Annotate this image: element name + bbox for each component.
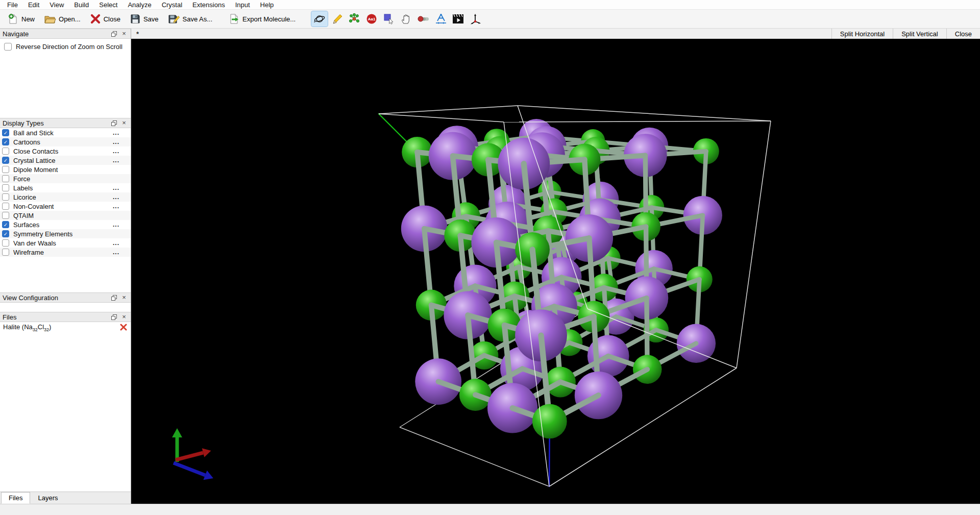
display-types-close-button[interactable]: × [120, 119, 128, 127]
menu-view[interactable]: View [44, 0, 69, 10]
display-type-checkbox[interactable]: ✓ [2, 138, 9, 145]
tool-label-button[interactable]: Aa1 [363, 11, 380, 27]
menu-analyze[interactable]: Analyze [122, 0, 156, 10]
display-type-row[interactable]: QTAIM [0, 211, 131, 220]
view-configuration-float-button[interactable] [110, 294, 118, 301]
view-configuration-title: View Configuration [3, 294, 108, 302]
display-type-label: QTAIM [13, 212, 34, 219]
tool-measure-button[interactable] [433, 11, 449, 27]
tool-draw-button[interactable] [329, 11, 345, 27]
display-type-row[interactable]: ✓Cartoons... [0, 137, 131, 146]
display-type-checkbox[interactable]: ✓ [2, 157, 9, 164]
view-configuration-close-button[interactable]: × [120, 294, 128, 301]
display-type-row[interactable]: Dipole Moment [0, 165, 131, 174]
menu-build[interactable]: Build [69, 0, 94, 10]
navigate-panel-content: Reverse Direction of Zoom on Scroll [0, 39, 131, 118]
display-types-title: Display Types [3, 119, 108, 127]
display-type-checkbox[interactable] [2, 175, 9, 182]
menu-select[interactable]: Select [94, 0, 122, 10]
display-type-row[interactable]: Close Contacts... [0, 146, 131, 156]
dock-tab-files[interactable]: Files [1, 492, 30, 504]
menu-bar: FileEditViewBuildSelectAnalyzeCrystalExt… [0, 0, 980, 10]
display-type-options-button[interactable]: ... [113, 248, 119, 257]
navigate-float-button[interactable] [110, 30, 118, 37]
tool-template-button[interactable] [346, 11, 362, 27]
display-type-checkbox[interactable] [2, 249, 9, 256]
new-button-label: New [21, 15, 35, 23]
reverse-zoom-checkbox[interactable] [4, 43, 12, 51]
atom-cl [532, 404, 567, 439]
save-as-button[interactable]: Save As... [163, 11, 217, 27]
display-type-label: Symmetry Elements [13, 230, 72, 238]
save-button[interactable]: Save [125, 11, 163, 27]
files-close-button[interactable]: × [120, 313, 128, 321]
save-as-button-label: Save As... [183, 15, 213, 23]
close-button-label: Close [104, 15, 120, 23]
display-type-options-button[interactable]: ... [113, 183, 119, 192]
display-type-row[interactable]: Labels... [0, 183, 131, 192]
display-type-options-button[interactable]: ... [113, 220, 119, 229]
view-close-button[interactable]: Close [946, 29, 980, 39]
display-type-row[interactable]: Non-Covalent... [0, 202, 131, 211]
menu-extensions[interactable]: Extensions [187, 0, 230, 10]
display-type-options-button[interactable]: ... [113, 146, 119, 156]
display-type-checkbox[interactable] [2, 203, 9, 210]
file-list-item[interactable]: Halite (Na32Cl32) [0, 322, 131, 333]
display-type-options-button[interactable]: ... [113, 202, 119, 211]
display-type-row[interactable]: Force [0, 174, 131, 183]
display-type-checkbox[interactable] [2, 239, 9, 247]
display-type-options-button[interactable]: ... [113, 192, 119, 202]
display-type-row[interactable]: ✓Symmetry Elements [0, 229, 131, 238]
tool-align-button[interactable] [468, 11, 484, 27]
display-type-checkbox[interactable] [2, 193, 9, 201]
display-type-row[interactable]: Licorice... [0, 192, 131, 202]
display-types-float-button[interactable] [110, 119, 118, 127]
display-type-row[interactable]: Wireframe... [0, 248, 131, 257]
display-type-checkbox[interactable] [2, 212, 9, 219]
display-type-options-button[interactable]: ... [113, 156, 119, 165]
3d-viewport[interactable] [131, 39, 980, 504]
file-item-remove-button[interactable] [119, 324, 128, 332]
menu-input[interactable]: Input [230, 0, 255, 10]
close-button[interactable]: Close [85, 11, 125, 27]
display-type-row[interactable]: Van der Waals... [0, 238, 131, 248]
menu-crystal[interactable]: Crystal [157, 0, 187, 10]
tool-bond-centric-button[interactable] [415, 11, 432, 27]
tool-animation-button[interactable] [450, 11, 467, 27]
display-type-checkbox[interactable] [2, 184, 9, 191]
view-configuration-titlebar: View Configuration × [0, 292, 131, 303]
menu-edit[interactable]: Edit [23, 0, 44, 10]
tool-select-button[interactable] [381, 11, 397, 27]
tool-manipulate-button[interactable] [398, 11, 414, 27]
tool-navigate-button[interactable] [311, 11, 328, 27]
display-type-checkbox[interactable] [2, 166, 9, 173]
export-molecule-label: Export Molecule... [242, 15, 296, 23]
display-type-row[interactable]: ✓Surfaces... [0, 220, 131, 229]
display-type-checkbox[interactable]: ✓ [2, 230, 9, 237]
split-horizontal-button[interactable]: Split Horizontal [831, 29, 893, 39]
display-type-row[interactable]: ✓Ball and Stick... [0, 128, 131, 137]
display-type-checkbox[interactable]: ✓ [2, 221, 9, 228]
hand-icon [400, 13, 412, 24]
display-type-row[interactable]: ✓Crystal Lattice... [0, 156, 131, 165]
display-type-options-button[interactable]: ... [113, 137, 119, 146]
animation-clapper-icon [452, 13, 465, 24]
display-type-options-button[interactable]: ... [113, 128, 119, 137]
navigate-close-button[interactable]: × [120, 30, 128, 37]
display-type-checkbox[interactable] [2, 148, 9, 155]
open-button[interactable]: Open... [39, 11, 85, 27]
menu-help[interactable]: Help [255, 0, 279, 10]
new-button[interactable]: New [3, 11, 39, 27]
modified-indicator: * [136, 30, 139, 38]
reverse-zoom-label: Reverse Direction of Zoom on Scroll [16, 43, 122, 51]
reverse-zoom-row[interactable]: Reverse Direction of Zoom on Scroll [4, 43, 131, 51]
display-type-options-button[interactable]: ... [113, 238, 119, 248]
files-float-button[interactable] [110, 313, 118, 321]
split-vertical-button[interactable]: Split Vertical [893, 29, 946, 39]
display-type-checkbox[interactable]: ✓ [2, 129, 9, 136]
dock-tab-layers[interactable]: Layers [30, 492, 65, 504]
menu-file[interactable]: File [2, 0, 23, 10]
display-type-label: Surfaces [13, 221, 39, 229]
export-molecule-button[interactable]: Export Molecule... [224, 11, 300, 27]
display-type-label: Crystal Lattice [13, 157, 55, 164]
